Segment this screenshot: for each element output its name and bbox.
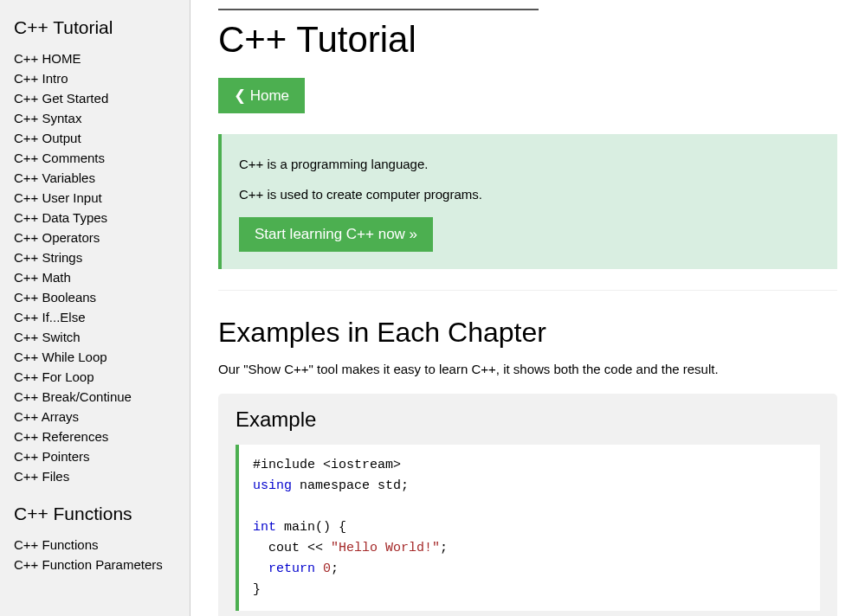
sidebar-item[interactable]: C++ Pointers	[0, 446, 190, 466]
home-button[interactable]: ❮ Home	[218, 78, 305, 113]
sidebar-item[interactable]: C++ User Input	[0, 188, 190, 208]
sidebar-item[interactable]: C++ Data Types	[0, 208, 190, 228]
sidebar-item[interactable]: C++ Syntax	[0, 108, 190, 128]
sidebar-item[interactable]: C++ Arrays	[0, 407, 190, 427]
sidebar-item[interactable]: C++ For Loop	[0, 367, 190, 387]
section-divider	[218, 290, 837, 291]
sidebar-item[interactable]: C++ Operators	[0, 228, 190, 247]
sidebar-item[interactable]: C++ References	[0, 427, 190, 446]
examples-heading: Examples in Each Chapter	[218, 317, 837, 349]
sidebar: C++ Tutorial C++ HOMEC++ IntroC++ Get St…	[0, 0, 190, 616]
example-panel: Example #include <iostream> using namesp…	[218, 394, 837, 616]
sidebar-item[interactable]: C++ Booleans	[0, 287, 190, 307]
sidebar-item[interactable]: C++ If...Else	[0, 307, 190, 327]
sidebar-item[interactable]: C++ HOME	[0, 48, 190, 68]
sidebar-item[interactable]: C++ Strings	[0, 247, 190, 267]
sidebar-item[interactable]: C++ Output	[0, 128, 190, 148]
sidebar-item[interactable]: C++ Function Parameters	[0, 555, 190, 574]
intro-text-1: C++ is a programming language.	[239, 157, 820, 171]
sidebar-group-2: C++ FunctionsC++ Function Parameters	[0, 535, 190, 574]
sidebar-item[interactable]: C++ Intro	[0, 68, 190, 88]
sidebar-item[interactable]: C++ Comments	[0, 148, 190, 168]
start-learning-button[interactable]: Start learning C++ now »	[239, 217, 433, 252]
example-heading: Example	[236, 407, 820, 432]
sidebar-item[interactable]: C++ Variables	[0, 168, 190, 188]
sidebar-heading-functions: C++ Functions	[14, 504, 190, 524]
top-divider	[218, 9, 539, 10]
sidebar-item[interactable]: C++ Files	[0, 466, 190, 486]
sidebar-group-1: C++ HOMEC++ IntroC++ Get StartedC++ Synt…	[0, 48, 190, 486]
intro-text-2: C++ is used to create computer programs.	[239, 187, 820, 202]
sidebar-item[interactable]: C++ While Loop	[0, 347, 190, 367]
main-content: C++ Tutorial ❮ Home C++ is a programming…	[190, 0, 865, 616]
intro-panel: C++ is a programming language. C++ is us…	[218, 134, 837, 269]
sidebar-item[interactable]: C++ Functions	[0, 535, 190, 555]
sidebar-item[interactable]: C++ Switch	[0, 327, 190, 347]
sidebar-heading-tutorial: C++ Tutorial	[14, 17, 190, 38]
sidebar-item[interactable]: C++ Math	[0, 267, 190, 287]
examples-description: Our "Show C++" tool makes it easy to lea…	[218, 362, 837, 376]
code-block: #include <iostream> using namespace std;…	[236, 445, 820, 611]
sidebar-item[interactable]: C++ Get Started	[0, 88, 190, 108]
sidebar-item[interactable]: C++ Break/Continue	[0, 387, 190, 407]
page-title: C++ Tutorial	[218, 19, 837, 61]
